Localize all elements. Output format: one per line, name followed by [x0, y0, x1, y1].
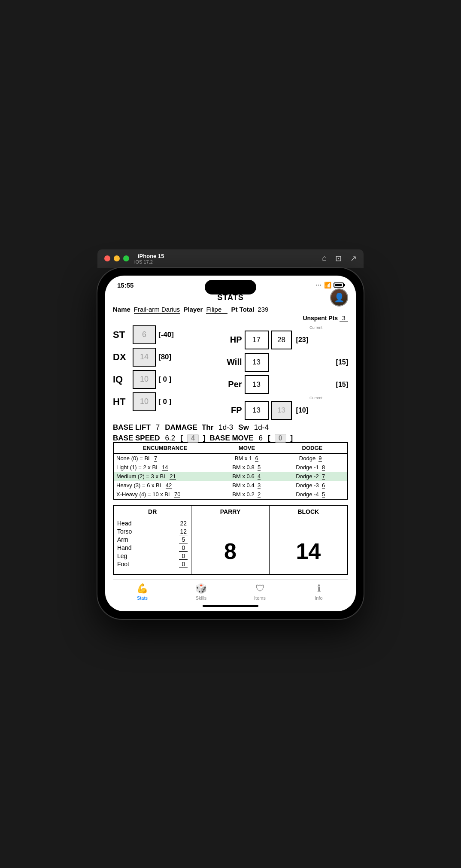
enc-row-3: Heavy (3) = 6 x BL 42 BM x 0.4 3 Dodge -…: [114, 481, 347, 490]
tab-info[interactable]: ℹ Info: [289, 583, 348, 601]
hp-cost: [23]: [296, 336, 308, 344]
speed-label: BASE SPEED: [113, 434, 160, 443]
damage-label: DAMAGE: [165, 423, 197, 432]
dr-foot-val[interactable]: 0: [179, 561, 188, 568]
info-icon: ℹ: [317, 583, 321, 594]
per-row: Per 13 [15]: [222, 375, 348, 394]
page-title: STATS: [217, 293, 243, 302]
status-bar: 15:55 ··· 📶: [105, 276, 356, 291]
dx-label: DX: [113, 352, 130, 363]
dr-head-row: Head 22: [117, 520, 188, 527]
base-speed-row: BASE SPEED 6.2 [4] BASE MOVE 6 [0]: [113, 434, 348, 443]
hp-base-box[interactable]: 17: [245, 331, 269, 349]
minimize-button[interactable]: [114, 255, 120, 261]
tab-stats[interactable]: 💪 Stats: [113, 583, 172, 601]
speed-mod[interactable]: 4: [187, 434, 199, 443]
unspent-value[interactable]: 3: [340, 315, 348, 322]
avatar[interactable]: 👤: [330, 288, 348, 307]
base-lift-label: BASE LIFT: [113, 423, 151, 432]
app-content: STATS 👤 Name Frail-arm Darius Player Fil…: [105, 291, 356, 602]
per-base-box[interactable]: 13: [245, 375, 269, 394]
info-tab-label: Info: [315, 595, 322, 601]
per-label: Per: [222, 379, 242, 389]
dr-head-val[interactable]: 22: [179, 520, 188, 527]
mac-titlebar: iPhone 15 iOS 17.2 ⌂ ⊡ ↗: [97, 249, 364, 268]
dr-hand-val[interactable]: 0: [179, 544, 188, 552]
enc-row-2: Medium (2) = 3 x BL 21 BM x 0.6 4 Dodge …: [114, 472, 347, 481]
screenshot-icon[interactable]: ⊡: [335, 254, 342, 263]
dr-arm-val[interactable]: 5: [179, 536, 188, 543]
derived-stats: Current HP 17 28 [23]: [222, 325, 348, 420]
iq-box[interactable]: 10: [133, 370, 156, 389]
dr-col: DR Head 22 Torso 12 Arm 5: [114, 506, 191, 574]
dr-leg-row: Leg 0: [117, 552, 188, 560]
encumbrance-table-proper: ENCUMBRANCE MOVE DODGE None (0) = BL 7 B…: [113, 442, 348, 500]
enc-row-0: None (0) = BL 7 BM x 1 6 Dodge 9: [114, 454, 347, 463]
skills-tab-label: Skills: [196, 595, 207, 601]
ht-box[interactable]: 10: [133, 392, 156, 411]
pt-total-value: 239: [258, 306, 268, 313]
traffic-lights: [104, 255, 129, 261]
close-button[interactable]: [104, 255, 110, 261]
time-display: 15:55: [117, 282, 133, 289]
enc-header-enc: ENCUMBRANCE: [114, 445, 216, 451]
tab-items[interactable]: 🛡 Items: [230, 583, 289, 601]
fp-base-box[interactable]: 13: [245, 401, 269, 420]
thr-value: 1d-3: [218, 423, 234, 432]
dr-foot-row: Foot 0: [117, 561, 188, 568]
enc-header-move: MOVE: [216, 445, 277, 451]
battery-icon: [334, 282, 344, 288]
st-label: ST: [113, 329, 130, 340]
st-cost: [-40]: [158, 331, 174, 339]
mac-toolbar-icons: ⌂ ⊡ ↗: [322, 254, 357, 263]
fp-label: FP: [222, 405, 242, 415]
tab-skills[interactable]: 🎲 Skills: [172, 583, 230, 601]
st-box[interactable]: 6: [133, 325, 156, 344]
share-icon[interactable]: ↗: [350, 254, 357, 263]
parry-col: PARRY 8: [191, 506, 269, 574]
ht-cost: [ 0 ]: [158, 398, 171, 406]
parry-value[interactable]: 8: [195, 520, 265, 583]
home-icon[interactable]: ⌂: [322, 254, 327, 263]
pt-total-label: Pt Total: [231, 306, 254, 313]
unspent-pts-row: Unspent Pts 3: [113, 315, 348, 322]
hp-current-wrapper: 28: [271, 331, 292, 349]
will-base-box[interactable]: 13: [245, 353, 269, 372]
phone-screen: 15:55 ··· 📶 STATS 👤: [105, 276, 356, 611]
base-section: BASE LIFT 7 DAMAGE Thr 1d-3 Sw 1d-4 BASE…: [113, 423, 348, 443]
parry-header: PARRY: [195, 508, 265, 517]
hp-label: HP: [222, 335, 242, 345]
hp-current-box[interactable]: 28: [271, 331, 292, 349]
dr-torso-row: Torso 12: [117, 528, 188, 535]
iq-cost: [ 0 ]: [158, 375, 171, 384]
home-bar: [203, 605, 258, 607]
block-header: BLOCK: [273, 508, 344, 517]
will-cost: [15]: [336, 358, 348, 366]
dr-leg-val[interactable]: 0: [179, 552, 188, 560]
skills-icon: 🎲: [195, 583, 207, 594]
phone-frame: 15:55 ··· 📶 STATS 👤: [97, 268, 364, 619]
maximize-button[interactable]: [123, 255, 129, 261]
signal-dots: ···: [316, 283, 322, 288]
fp-current-wrapper: 13: [271, 401, 292, 420]
fp-current-box[interactable]: 13: [271, 401, 292, 420]
block-col: BLOCK 14: [270, 506, 347, 574]
move-value: 6: [258, 434, 264, 443]
speed-value: 6.2: [164, 434, 176, 443]
iq-row: IQ 10 [ 0 ]: [113, 370, 218, 389]
stats-tab-label: Stats: [137, 595, 148, 601]
player-value[interactable]: Filipe: [206, 306, 227, 314]
base-lift-row: BASE LIFT 7 DAMAGE Thr 1d-3 Sw 1d-4: [113, 423, 348, 432]
block-value[interactable]: 14: [273, 520, 344, 583]
name-value[interactable]: Frail-arm Darius: [134, 306, 180, 314]
move-mod[interactable]: 0: [275, 434, 286, 443]
drpb-section: DR Head 22 Torso 12 Arm 5: [113, 505, 348, 575]
primary-stats: ST 6 [-40] DX 14 [80] IQ 10 [ 0 ]: [113, 325, 218, 420]
iq-label: IQ: [113, 374, 130, 385]
hp-current-header: Current: [309, 325, 322, 330]
device-subtitle: iOS 17.2: [134, 259, 164, 264]
dr-torso-val[interactable]: 12: [179, 528, 188, 535]
items-icon: 🛡: [255, 583, 265, 594]
name-label: Name: [113, 306, 130, 313]
dx-box[interactable]: 14: [133, 348, 156, 367]
